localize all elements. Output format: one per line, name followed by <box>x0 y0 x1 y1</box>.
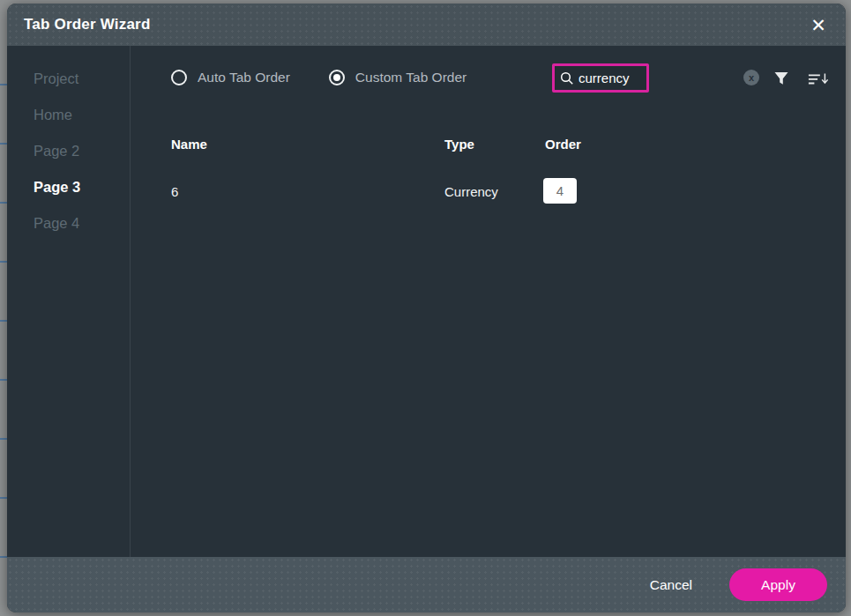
tab-order-mode-group: Auto Tab Order Custom Tab Order <box>171 63 467 92</box>
dialog-content: Auto Tab Order Custom Tab Order x <box>131 46 846 557</box>
table-row-name-value: 6 <box>171 184 178 199</box>
tab-order-wizard-dialog: Tab Order Wizard ✕ Project Home Page 2 P… <box>7 4 846 612</box>
column-header-name: Name <box>171 137 207 152</box>
dialog-footer: Cancel Apply <box>7 557 846 612</box>
sidebar-item-page-2[interactable]: Page 2 <box>7 133 130 169</box>
dialog-title: Tab Order Wizard <box>24 16 150 33</box>
close-icon[interactable]: ✕ <box>805 11 832 38</box>
sidebar-item-project[interactable]: Project <box>7 61 130 97</box>
column-header-order: Order <box>545 137 581 152</box>
table-row-type-value: Currency <box>444 184 498 199</box>
sidebar-item-page-3[interactable]: Page 3 <box>7 169 130 205</box>
clear-search-icon[interactable]: x <box>743 70 759 85</box>
sort-descending-icon[interactable] <box>808 68 829 89</box>
filter-icon[interactable] <box>771 68 792 89</box>
page-sidebar: Project Home Page 2 Page 3 Page 4 <box>7 46 131 557</box>
dialog-header: Tab Order Wizard ✕ <box>7 4 846 46</box>
radio-circle-icon <box>171 70 187 85</box>
custom-tab-order-radio[interactable]: Custom Tab Order <box>329 70 467 85</box>
custom-tab-order-label: Custom Tab Order <box>355 70 467 85</box>
apply-button[interactable]: Apply <box>729 568 827 601</box>
search-box[interactable] <box>552 63 649 93</box>
radio-circle-icon <box>329 70 345 85</box>
search-icon <box>560 71 574 85</box>
order-number-input[interactable] <box>543 178 577 204</box>
column-header-type: Type <box>444 137 474 152</box>
auto-tab-order-label: Auto Tab Order <box>198 70 290 85</box>
cancel-button[interactable]: Cancel <box>648 572 694 598</box>
auto-tab-order-radio[interactable]: Auto Tab Order <box>171 70 290 85</box>
sidebar-item-home[interactable]: Home <box>7 97 130 133</box>
sidebar-item-page-4[interactable]: Page 4 <box>7 205 130 241</box>
search-input[interactable] <box>579 71 641 85</box>
dialog-body: Project Home Page 2 Page 3 Page 4 Auto T… <box>7 46 846 557</box>
